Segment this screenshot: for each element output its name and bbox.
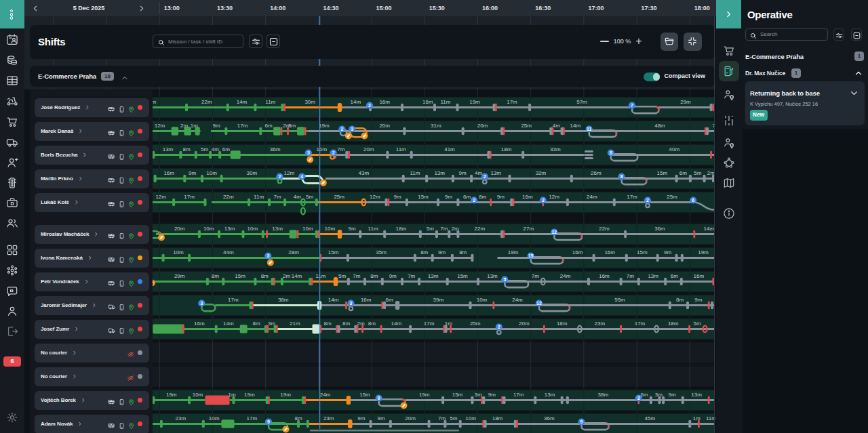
svg-text:7m: 7m [440,226,448,232]
svg-text:3m: 3m [655,392,663,398]
svg-text:2m: 2m [180,123,188,129]
svg-text:7m: 7m [532,273,539,279]
svg-text:9m: 9m [668,392,675,398]
svg-text:17m: 17m [507,99,517,105]
svg-text:6m: 6m [463,194,471,200]
svg-text:4m: 4m [553,123,560,129]
svg-text:18m: 18m [668,321,679,327]
svg-text:2m: 2m [283,273,290,279]
svg-text:10m: 10m [203,226,214,232]
svg-text:4: 4 [300,174,303,179]
svg-text:12m: 12m [370,194,380,200]
svg-text:12m: 12m [155,123,165,129]
svg-text:13m: 13m [224,226,235,232]
svg-text:2: 2 [473,198,475,203]
svg-text:19m: 19m [280,392,291,398]
svg-text:11m: 11m [368,226,378,232]
svg-text:16m: 16m [163,170,174,176]
svg-text:17m: 17m [513,392,524,398]
svg-text:16m: 16m [599,273,610,279]
svg-text:15m: 15m [328,249,339,255]
svg-text:17m: 17m [635,321,646,327]
svg-text:11m: 11m [396,146,406,152]
svg-text:9m: 9m [357,415,365,421]
svg-text:15m: 15m [457,273,468,279]
svg-text:16m: 16m [572,249,583,255]
svg-text:5m: 5m [427,226,434,232]
svg-text:1m: 1m [191,123,198,129]
svg-text:14m: 14m [391,321,402,327]
svg-text:10m: 10m [206,170,217,176]
svg-text:2: 2 [542,198,545,203]
svg-text:57m: 57m [576,99,587,105]
svg-text:5m: 5m [338,273,346,279]
svg-text:26m: 26m [591,170,601,176]
svg-text:10m: 10m [317,146,328,152]
svg-text:12m: 12m [549,194,559,200]
svg-text:11m: 11m [410,170,420,176]
svg-text:38m: 38m [598,392,609,398]
svg-text:9m: 9m [497,194,505,200]
svg-text:7m: 7m [353,273,360,279]
svg-text:22m: 22m [475,226,486,232]
svg-text:8m: 8m [676,297,684,303]
svg-text:16m: 16m [379,99,390,105]
svg-text:17m: 17m [627,194,637,200]
svg-text:17m: 17m [184,194,195,200]
svg-text:11m: 11m [441,99,451,105]
svg-text:9m: 9m [394,194,401,200]
svg-text:8m: 8m [261,273,269,279]
svg-text:2: 2 [484,174,486,179]
svg-text:24m: 24m [320,392,331,398]
svg-text:13m: 13m [490,170,501,176]
svg-text:6: 6 [692,198,694,203]
svg-text:20m: 20m [379,123,390,129]
svg-text:14m: 14m [237,99,248,105]
svg-text:20m: 20m [519,321,530,327]
svg-text:3: 3 [267,253,269,258]
svg-text:24m: 24m [512,297,523,303]
svg-text:16m: 16m [361,297,372,303]
svg-text:14m: 14m [328,297,339,303]
svg-text:41m: 41m [444,146,455,152]
svg-text:32m: 32m [536,170,547,176]
svg-text:8: 8 [610,150,612,155]
svg-text:48m: 48m [654,123,665,129]
svg-text:19m: 19m [508,249,519,255]
svg-text:16m: 16m [694,273,705,279]
svg-text:44m: 44m [223,249,234,255]
svg-text:2: 2 [340,127,343,131]
svg-text:10m: 10m [302,226,313,232]
svg-text:17m: 17m [228,297,239,303]
svg-text:16m: 16m [604,249,615,255]
svg-text:13m: 13m [691,392,702,398]
svg-text:8m: 8m [370,273,378,279]
svg-text:5m: 5m [201,146,208,152]
svg-text:2: 2 [637,396,640,400]
svg-text:10m: 10m [465,415,476,421]
svg-text:8m: 8m [459,249,467,255]
svg-text:13m: 13m [434,170,445,176]
svg-text:12m: 12m [155,194,166,200]
svg-text:19m: 19m [698,249,709,255]
svg-text:15m: 15m [637,249,648,255]
svg-text:8m: 8m [368,321,376,327]
svg-text:20m: 20m [405,415,416,421]
svg-text:24m: 24m [587,194,597,200]
svg-text:20m: 20m [363,146,374,152]
svg-text:5m: 5m [694,321,701,327]
svg-text:23m: 23m [176,415,186,421]
svg-text:18m: 18m [557,321,568,327]
svg-text:9m: 9m [349,226,356,232]
svg-text:9m: 9m [438,249,446,255]
svg-text:8m: 8m [294,415,302,421]
svg-text:6m: 6m [222,146,230,152]
svg-text:23m: 23m [595,321,606,327]
svg-text:30m: 30m [247,170,258,176]
svg-text:10m: 10m [248,226,258,232]
svg-text:2m: 2m [452,226,459,232]
svg-text:18m: 18m [396,226,407,232]
svg-text:3: 3 [200,301,203,306]
svg-text:8m: 8m [420,249,428,255]
svg-text:9m: 9m [488,392,496,398]
